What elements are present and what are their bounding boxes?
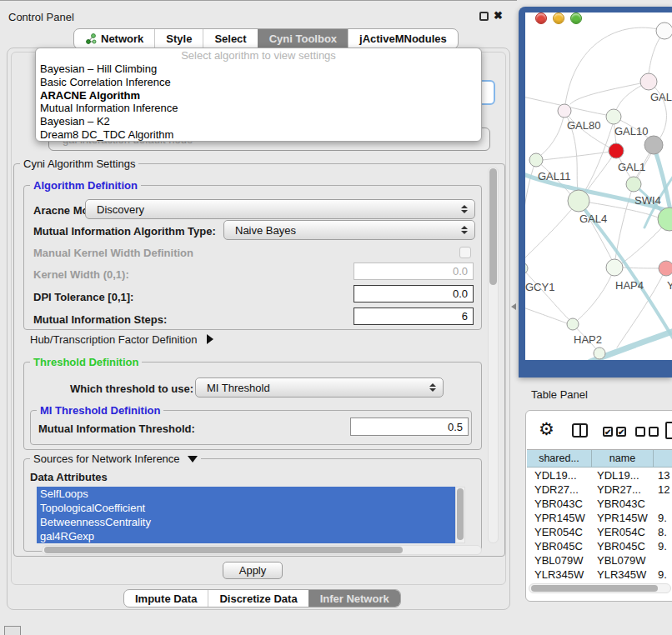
table-row[interactable]: YPR145WYPR145W9. (527, 511, 672, 525)
table-row[interactable]: YBR043CYBR043C (527, 497, 672, 511)
mi-algorithm-type-value: Naive Bayes (224, 224, 460, 237)
mi-steps-label: Mutual Information Steps: (33, 313, 167, 326)
table-column-header-shared[interactable]: shared... (527, 450, 592, 467)
network-node[interactable] (567, 318, 579, 330)
tab-jactivemnodules-label: jActiveMNodules (359, 32, 447, 45)
sources-title-label: Sources for Network Inference (33, 452, 180, 465)
table-row[interactable]: YDL19...YDL19...13 (527, 468, 672, 482)
table-column-header-name[interactable]: name (592, 450, 654, 467)
algorithm-option-bayesian-hill-climbing[interactable]: Bayesian – Hill Climbing (36, 62, 481, 76)
kernel-width-label: Kernel Width (0,1): (33, 268, 129, 281)
settings-horizontal-scrollbar-thumb[interactable] (44, 547, 403, 553)
stepper-icon (429, 383, 437, 392)
network-node[interactable] (626, 177, 641, 192)
tab-cyni-toolbox[interactable]: Cyni Toolbox (258, 29, 348, 48)
select-all-checkbox-icon[interactable]: ✔ (603, 427, 613, 437)
apply-button[interactable]: Apply (223, 562, 283, 579)
data-attribute-item-topologicalcoefficient[interactable]: TopologicalCoefficient (37, 501, 455, 515)
data-attribute-item-gal4rgexp[interactable]: gal4RGexp (37, 529, 455, 543)
data-attribute-item-selfloops[interactable]: SelfLoops (37, 487, 455, 501)
table-horizontal-scrollbar-thumb[interactable] (531, 585, 658, 592)
table-row[interactable]: YLR345WYLR345W9. (527, 568, 672, 582)
network-node[interactable] (529, 153, 543, 167)
table-row[interactable]: YBL079WYBL079W (527, 553, 672, 568)
tab-network[interactable]: Network (74, 29, 154, 48)
network-canvas[interactable]: GAL7GAL80GAL10GAL1GAL11SWI4GAL4HAP4YGCY1… (525, 12, 672, 360)
hub-definition-expander[interactable]: Hub/Transcription Factor Definition (30, 333, 213, 346)
settings-vertical-scrollbar-thumb[interactable] (489, 168, 497, 285)
tab-style[interactable]: Style (154, 29, 203, 48)
close-icon[interactable]: ✖ (494, 9, 503, 22)
tab-jactivemnodules[interactable]: jActiveMNodules (348, 29, 458, 48)
table-row[interactable]: YIL052CYIL052C9 (527, 582, 672, 582)
network-node[interactable] (659, 261, 672, 276)
data-attributes-list: SelfLoopsTopologicalCoefficientBetweenne… (37, 487, 455, 543)
network-node[interactable] (558, 104, 571, 118)
network-node[interactable] (609, 143, 624, 158)
aracne-mode-select[interactable]: Discovery (85, 199, 475, 219)
which-threshold-select[interactable]: MI Threshold (195, 378, 444, 398)
split-columns-icon[interactable] (572, 423, 588, 438)
splitter-collapse-arrow[interactable] (511, 303, 516, 310)
collapse-down-icon (188, 456, 198, 462)
table-cell: YIL052C (592, 582, 654, 582)
algorithm-option-aracne-algorithm[interactable]: ARACNE Algorithm (36, 89, 481, 102)
table-cell: 12 (654, 482, 672, 497)
table-cell: YDL19... (527, 468, 592, 482)
network-node[interactable] (568, 190, 589, 212)
cyni-tab-impute-data-label: Impute Data (135, 592, 197, 605)
table-cell (654, 497, 672, 511)
node-label-gal11: GAL11 (538, 170, 571, 182)
deselect-all-checkbox-icon[interactable] (649, 427, 659, 437)
network-node[interactable] (644, 136, 663, 154)
cyni-tab-infer-network[interactable]: Infer Network (308, 590, 400, 607)
expand-right-icon (207, 334, 213, 344)
tab-select[interactable]: Select (203, 29, 257, 48)
table-cell: YDL19... (592, 468, 654, 482)
attributes-list-scrollbar-thumb[interactable] (457, 488, 464, 540)
dpi-tolerance-input[interactable]: 0.0 (354, 285, 474, 302)
mi-threshold-input[interactable]: 0.5 (350, 418, 469, 436)
manual-kernel-width-checkbox[interactable] (459, 247, 471, 258)
algorithm-option-basic-correlation-inference[interactable]: Basic Correlation Inference (36, 76, 481, 89)
network-node[interactable] (606, 109, 621, 124)
table-row[interactable]: YBR045CYBR045C9. (527, 539, 672, 553)
gear-icon[interactable]: ⚙ (539, 419, 554, 439)
aracne-mode-value: Discovery (86, 203, 460, 216)
mi-threshold-group-title: MI Threshold Definition (37, 404, 163, 417)
algorithm-dropdown: Select algorithm to view settings Bayesi… (35, 48, 482, 142)
deselect-all-checkbox-icon[interactable] (635, 427, 645, 437)
float-panel-icon[interactable] (479, 12, 489, 21)
network-node[interactable] (640, 73, 657, 90)
threshold-definition-title: Threshold Definition (30, 356, 142, 368)
table-column-header-extra[interactable] (654, 450, 672, 467)
mi-algorithm-type-label: Mutual Information Algorithm Type: (33, 225, 216, 238)
document-icon[interactable] (665, 422, 672, 439)
table-row[interactable]: YDR27...YDR27...12 (527, 482, 672, 497)
table-row[interactable]: YER054CYER054C8. (527, 525, 672, 539)
algorithm-option-mutual-information-inference[interactable]: Mutual Information Inference (36, 102, 481, 115)
node-label-gal7: GAL7 (650, 91, 672, 103)
select-all-checkbox-icon[interactable]: ✔ (616, 427, 626, 437)
mi-steps-input[interactable]: 6 (354, 308, 474, 325)
which-threshold-value: MI Threshold (196, 382, 429, 394)
table-cell: YDR27... (527, 482, 592, 497)
cyni-tab-infer-network-label: Infer Network (320, 592, 389, 605)
cyni-tab-discretize-data[interactable]: Discretize Data (208, 590, 308, 607)
network-node[interactable] (606, 259, 623, 276)
collapsed-panel-handle[interactable] (4, 626, 21, 635)
network-node[interactable] (525, 262, 528, 274)
network-node[interactable] (656, 22, 672, 39)
algorithm-option-bayesian-k2[interactable]: Bayesian – K2 (36, 115, 481, 128)
table-cell: YBR045C (527, 539, 592, 553)
algorithm-option-dream8-dc-tdc-algorithm[interactable]: Dream8 DC_TDC Algorithm (36, 128, 481, 142)
kernel-width-value: 0.0 (453, 265, 468, 278)
network-node[interactable] (594, 348, 605, 359)
sources-group-title[interactable]: Sources for Network Inference (30, 452, 201, 465)
cyni-tab-impute-data[interactable]: Impute Data (124, 590, 208, 607)
table-cell: YER054C (592, 525, 654, 539)
table-rows: YDL19...YDL19...13YDR27...YDR27...12YBR0… (527, 468, 672, 582)
mi-algorithm-type-select[interactable]: Naive Bayes (223, 220, 475, 240)
kernel-width-input[interactable]: 0.0 (354, 262, 474, 280)
data-attribute-item-betweennesscentrality[interactable]: BetweennessCentrality (37, 515, 455, 529)
